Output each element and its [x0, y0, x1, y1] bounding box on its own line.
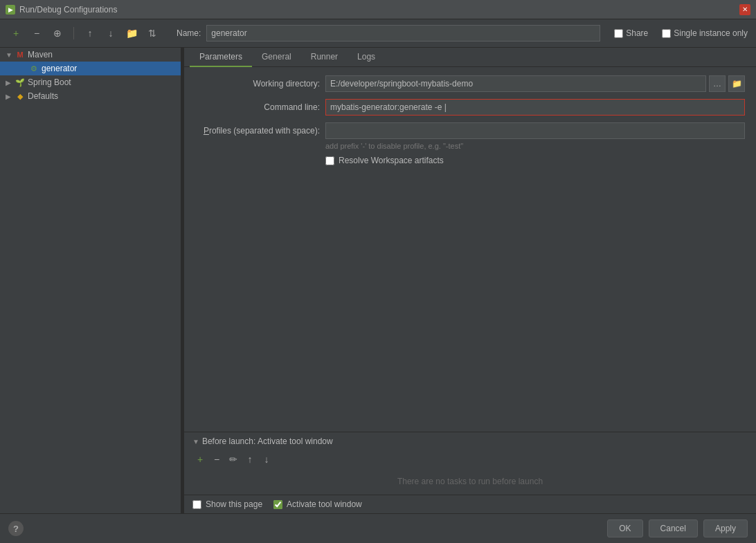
- copy-config-button[interactable]: ⊕: [50, 26, 65, 41]
- bottom-bar: ? OK Cancel Apply: [0, 513, 756, 543]
- sort-button[interactable]: ⇅: [145, 26, 160, 41]
- profiles-hint: add prefix '-' to disable profile, e.g. …: [195, 142, 745, 150]
- working-directory-input[interactable]: [325, 75, 706, 92]
- ok-button[interactable]: OK: [607, 519, 642, 537]
- share-area: Share: [614, 28, 648, 38]
- app-icon: ▶: [6, 5, 15, 15]
- before-launch-empty-message: There are no tasks to run before launch: [184, 468, 756, 495]
- apply-button[interactable]: Apply: [703, 519, 748, 537]
- profiles-input[interactable]: [325, 122, 745, 139]
- tab-general[interactable]: General: [252, 48, 301, 67]
- profiles-label: Profiles (separated with space):: [195, 126, 320, 136]
- before-launch-toolbar: + − ✏ ↑ ↓: [184, 450, 756, 468]
- right-panel: Parameters General Runner Logs Working d…: [184, 48, 756, 513]
- folder-button[interactable]: 📁: [124, 26, 139, 41]
- working-directory-input-group: … 📁: [325, 75, 745, 92]
- expand-arrow-defaults: ▶: [6, 93, 12, 100]
- activate-tool-window-area: Activate tool window: [273, 499, 362, 509]
- tab-runner[interactable]: Runner: [301, 48, 348, 67]
- title-bar: ▶ Run/Debug Configurations ✕: [0, 0, 756, 19]
- before-launch-remove-button[interactable]: −: [209, 452, 224, 467]
- action-buttons: OK Cancel Apply: [607, 519, 748, 537]
- show-this-page-area: Show this page: [192, 499, 262, 509]
- toolbar-separator-1: [73, 27, 74, 39]
- expand-arrow-spring: ▶: [6, 79, 12, 86]
- move-down-button[interactable]: ↓: [103, 26, 118, 41]
- title-bar-left: ▶ Run/Debug Configurations: [6, 5, 117, 15]
- defaults-icon: ◆: [15, 91, 25, 101]
- window-controls: ✕: [739, 4, 750, 15]
- show-this-page-label: Show this page: [206, 499, 262, 509]
- resolve-workspace-row: Resolve Workspace artifacts: [195, 156, 745, 165]
- single-instance-checkbox[interactable]: [662, 29, 671, 38]
- config-tree: ▼ M Maven ⚙ generator ▶ 🌱 Spring Boot ▶ …: [0, 48, 181, 513]
- move-up-button[interactable]: ↑: [82, 26, 98, 41]
- profiles-row: Profiles (separated with space):: [195, 122, 745, 139]
- command-line-input[interactable]: [325, 99, 745, 116]
- dialog-title: Run/Debug Configurations: [19, 5, 117, 15]
- add-config-button[interactable]: +: [8, 26, 24, 41]
- activate-tool-window-checkbox[interactable]: [273, 500, 282, 509]
- tree-label-spring: Spring Boot: [28, 77, 71, 87]
- working-directory-browse-button[interactable]: …: [709, 75, 726, 92]
- tab-logs[interactable]: Logs: [348, 48, 385, 67]
- before-launch-section: ▼ Before launch: Activate tool window + …: [184, 432, 756, 513]
- tree-item-spring-boot[interactable]: ▶ 🌱 Spring Boot: [0, 75, 181, 89]
- working-directory-row: Working directory: … 📁: [195, 75, 745, 92]
- name-input[interactable]: [206, 25, 600, 42]
- tree-label-defaults: Defaults: [28, 91, 58, 101]
- tab-parameters[interactable]: Parameters: [190, 48, 252, 67]
- tree-item-generator[interactable]: ⚙ generator: [0, 62, 181, 75]
- before-launch-header: ▼ Before launch: Activate tool window: [184, 432, 756, 450]
- tree-item-defaults[interactable]: ▶ ◆ Defaults: [0, 89, 181, 103]
- name-field-label: Name:: [177, 28, 201, 38]
- before-launch-move-up-button[interactable]: ↑: [242, 452, 258, 467]
- tree-item-maven[interactable]: ▼ M Maven: [0, 48, 181, 62]
- close-window-button[interactable]: ✕: [739, 4, 750, 15]
- dialog-content: + − ⊕ ↑ ↓ 📁 ⇅ Name: Share Single instanc…: [0, 19, 756, 543]
- before-launch-edit-button[interactable]: ✏: [226, 452, 241, 467]
- command-line-row: Command line:: [195, 99, 745, 116]
- single-instance-label: Single instance only: [674, 28, 748, 38]
- help-button[interactable]: ?: [8, 521, 24, 536]
- before-launch-add-button[interactable]: +: [192, 452, 208, 467]
- single-instance-area: Single instance only: [662, 28, 748, 38]
- resolve-workspace-checkbox[interactable]: [325, 156, 334, 165]
- gear-icon: ⚙: [29, 64, 39, 73]
- tree-label-generator: generator: [42, 64, 77, 73]
- spring-icon: 🌱: [15, 77, 25, 87]
- before-launch-footer: Show this page Activate tool window: [184, 495, 756, 513]
- content-area: ▼ M Maven ⚙ generator ▶ 🌱 Spring Boot ▶ …: [0, 48, 756, 513]
- activate-tool-window-label: Activate tool window: [287, 499, 362, 509]
- tree-label-maven: Maven: [28, 50, 53, 59]
- parameters-form: Working directory: … 📁 Command line: Pro…: [184, 67, 756, 432]
- before-launch-collapse-icon[interactable]: ▼: [192, 438, 199, 445]
- maven-icon: M: [15, 50, 25, 59]
- share-label: Share: [626, 28, 648, 38]
- expand-arrow-maven: ▼: [6, 51, 12, 59]
- before-launch-move-down-button[interactable]: ↓: [259, 452, 274, 467]
- before-launch-title: Before launch: Activate tool window: [202, 436, 333, 446]
- tabs-bar: Parameters General Runner Logs: [184, 48, 756, 67]
- remove-config-button[interactable]: −: [29, 26, 44, 41]
- working-directory-label: Working directory:: [195, 79, 320, 89]
- resolve-workspace-label: Resolve Workspace artifacts: [339, 156, 444, 165]
- command-line-label: Command line:: [195, 102, 320, 112]
- show-this-page-checkbox[interactable]: [192, 500, 201, 509]
- name-bar: + − ⊕ ↑ ↓ 📁 ⇅ Name: Share Single instanc…: [0, 19, 756, 48]
- working-directory-folder-button[interactable]: 📁: [728, 75, 745, 92]
- share-checkbox[interactable]: [614, 29, 623, 38]
- cancel-button[interactable]: Cancel: [649, 519, 698, 537]
